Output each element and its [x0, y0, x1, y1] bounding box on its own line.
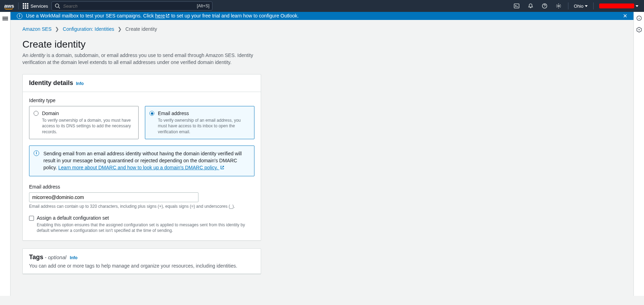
svg-point-9	[639, 29, 639, 30]
breadcrumb: Amazon SES ❯ Configuration: Identities ❯…	[22, 26, 490, 32]
radio-icon	[149, 111, 154, 116]
info-icon: i	[17, 13, 22, 19]
left-rail	[0, 12, 10, 296]
close-icon[interactable]: ×	[623, 12, 627, 20]
svg-line-1	[58, 7, 60, 8]
external-link-icon	[166, 13, 170, 19]
region-label: Ohio	[574, 3, 583, 9]
tile-title: Domain	[42, 111, 133, 116]
services-label: Services	[30, 3, 48, 9]
identity-details-panel: Identity details Info Identity type Doma…	[22, 74, 261, 241]
diagnostics-icon[interactable]	[636, 27, 642, 34]
help-panel-icon[interactable]	[636, 15, 642, 22]
breadcrumb-mid[interactable]: Configuration: Identities	[63, 26, 114, 32]
account-redacted	[599, 3, 634, 8]
grid-icon	[23, 3, 28, 9]
assign-config-label: Assign a default configuration set	[37, 215, 109, 221]
tags-optional: - optional	[43, 254, 66, 260]
assign-config-checkbox[interactable]	[29, 216, 34, 221]
tags-desc: You can add one or more tags to help man…	[29, 263, 254, 269]
radio-icon	[34, 111, 38, 116]
panel-title: Identity details	[29, 79, 73, 87]
banner-link[interactable]: here	[155, 13, 170, 19]
identity-type-label: Identity type	[29, 98, 254, 103]
assign-config-hint: Enabling this option ensures that the as…	[37, 222, 254, 233]
account-menu[interactable]	[598, 3, 640, 8]
breadcrumb-current: Create identity	[125, 26, 157, 32]
chevron-right-icon: ❯	[55, 26, 59, 32]
aws-logo[interactable]: aws	[4, 3, 14, 9]
top-nav: aws Services [Alt+S] Ohio	[0, 0, 644, 12]
chevron-right-icon: ❯	[118, 26, 122, 32]
email-address-input[interactable]	[29, 192, 198, 202]
tile-title: Email address	[158, 111, 249, 116]
tile-desc: To verify ownership of a domain, you mus…	[42, 118, 133, 135]
right-rail	[634, 12, 644, 296]
region-selector[interactable]: Ohio	[573, 3, 589, 9]
separator	[18, 2, 19, 9]
chevron-down-icon	[585, 5, 588, 7]
banner-text-pre: Use a WorkMail mailbox to test your SES …	[26, 13, 155, 19]
search-box[interactable]: [Alt+S]	[51, 1, 212, 10]
separator	[568, 2, 568, 9]
tile-desc: To verify ownership of an email address,…	[158, 118, 249, 135]
main-content: Amazon SES ❯ Configuration: Identities ❯…	[10, 20, 500, 296]
page-description: An identity is a domain, subdomain, or e…	[22, 52, 267, 66]
chevron-down-icon	[636, 5, 638, 7]
search-shortcut: [Alt+S]	[197, 3, 210, 8]
info-link[interactable]: Info	[76, 81, 84, 86]
cloudshell-icon[interactable]	[511, 1, 522, 11]
svg-point-4	[558, 5, 559, 7]
info-banner: i Use a WorkMail mailbox to test your SE…	[10, 12, 634, 20]
email-hint: Email address can contain up to 320 char…	[29, 204, 254, 209]
breadcrumb-root[interactable]: Amazon SES	[22, 26, 51, 32]
banner-text-post: to set up your free trial and learn how …	[170, 13, 299, 19]
hamburger-icon[interactable]	[2, 16, 8, 21]
identity-type-domain-tile[interactable]: Domain To verify ownership of a domain, …	[29, 106, 139, 139]
info-link[interactable]: Info	[70, 255, 77, 260]
dmarc-learn-more-link[interactable]: Learn more about DMARC and how to look u…	[58, 165, 224, 170]
separator	[593, 2, 594, 9]
email-address-label: Email address	[29, 184, 254, 190]
settings-icon[interactable]	[553, 1, 564, 11]
page-title: Create identity	[22, 39, 490, 50]
help-icon[interactable]	[539, 1, 550, 11]
dmarc-alert: i Sending email from an email address id…	[29, 146, 254, 176]
tags-panel: Tags - optional Info You can add one or …	[22, 248, 261, 274]
search-input[interactable]	[63, 3, 194, 9]
tags-title: Tags	[29, 254, 43, 261]
notifications-icon[interactable]	[525, 1, 536, 11]
services-menu[interactable]: Services	[23, 3, 48, 9]
identity-type-email-tile[interactable]: Email address To verify ownership of an …	[145, 106, 254, 139]
info-icon: i	[34, 150, 39, 156]
svg-point-0	[55, 4, 59, 7]
search-icon	[55, 3, 60, 9]
external-link-icon	[220, 164, 224, 171]
